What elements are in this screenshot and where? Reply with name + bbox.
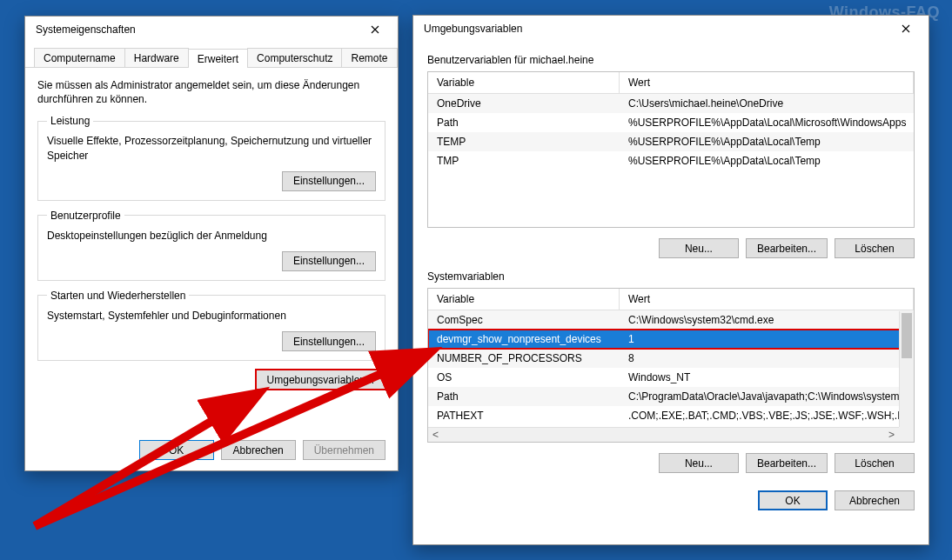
tab-strip: Computername Hardware Erweitert Computer… [25,43,398,68]
cell-value: C:\ProgramData\Oracle\Java\javapath;C:\W… [620,390,914,403]
group-userprofiles: Benutzerprofile Desktopeinstellungen bez… [37,210,385,281]
dialog-footer: OK Abbrechen [413,473,929,523]
startup-description: Systemstart, Systemfehler und Debuginfor… [47,309,376,323]
table-row[interactable]: TMP%USERPROFILE%\AppData\Local\Temp [428,151,914,170]
cell-value: C:\Windows\system32\cmd.exe [620,313,914,327]
user-variables-list[interactable]: Variable Wert OneDriveC:\Users\michael.h… [427,71,915,228]
cell-value: C:\Users\michael.heine\OneDrive [620,97,914,110]
cell-value: %USERPROFILE%\AppData\Local\Temp [620,135,914,149]
userprofiles-settings-button[interactable]: Einstellungen... [282,251,376,271]
table-row[interactable]: PATHEXT.COM;.EXE;.BAT;.CMD;.VBS;.VBE;.JS… [428,406,914,425]
group-performance: Leistung Visuelle Effekte, Prozessorzeit… [37,115,385,200]
table-row[interactable]: ComSpecC:\Windows\system32\cmd.exe [428,310,914,330]
table-row[interactable]: NUMBER_OF_PROCESSORS8 [428,349,914,368]
cell-variable: OS [428,370,620,384]
group-userprofiles-legend: Benutzerprofile [47,210,124,222]
ok-button[interactable]: OK [139,440,214,460]
titlebar: Umgebungsvariablen [413,16,929,42]
cell-value: %USERPROFILE%\AppData\Local\Temp [620,154,914,168]
system-properties-dialog: Systemeigenschaften Computername Hardwar… [24,16,399,471]
environment-variables-button[interactable]: Umgebungsvariablen... [256,370,385,390]
sys-new-button[interactable]: Neu... [659,453,739,473]
cell-value: 8 [620,351,914,365]
ok-button[interactable]: OK [758,490,828,510]
performance-settings-button[interactable]: Einstellungen... [282,171,376,191]
user-variables-buttons: Neu... Bearbeiten... Löschen [413,228,929,258]
dialog-body: Sie müssen als Administrator angemeldet … [25,68,398,407]
header-variable[interactable]: Variable [428,289,620,310]
user-new-button[interactable]: Neu... [659,238,739,258]
system-variables-list[interactable]: Variable Wert ComSpecC:\Windows\system32… [427,288,915,443]
table-row[interactable]: TEMP%USERPROFILE%\AppData\Local\Temp [428,132,914,151]
tab-hardware[interactable]: Hardware [124,48,189,67]
group-startup-legend: Starten und Wiederherstellen [47,290,189,302]
cancel-button[interactable]: Abbrechen [221,440,296,460]
tab-computername[interactable]: Computername [34,48,125,67]
dialog-title: Systemeigenschaften [36,23,136,36]
scroll-left-icon[interactable]: < [428,429,443,441]
close-icon[interactable] [359,21,391,38]
sys-delete-button[interactable]: Löschen [835,453,915,473]
list-header: Variable Wert [428,72,914,94]
cell-variable: NUMBER_OF_PROCESSORS [428,351,620,365]
tab-erweitert[interactable]: Erweitert [188,49,248,68]
table-row[interactable]: PathC:\ProgramData\Oracle\Java\javapath;… [428,387,914,406]
sys-edit-button[interactable]: Bearbeiten... [746,453,828,473]
cell-variable: devmgr_show_nonpresent_devices [428,332,620,346]
header-value[interactable]: Wert [620,72,914,93]
user-delete-button[interactable]: Löschen [835,238,915,258]
userprofiles-description: Desktopeinstellungen bezüglich der Anmel… [47,229,376,243]
cell-variable: OneDrive [428,97,620,110]
tab-remote[interactable]: Remote [341,48,397,67]
vertical-scrollbar[interactable] [899,311,914,427]
cell-value: %USERPROFILE%\AppData\Local\Microsoft\Wi… [620,116,914,130]
user-edit-button[interactable]: Bearbeiten... [746,238,828,258]
table-row[interactable]: OneDriveC:\Users\michael.heine\OneDrive [428,94,914,113]
table-row[interactable]: Path%USERPROFILE%\AppData\Local\Microsof… [428,113,914,132]
cell-variable: Path [428,390,620,403]
cell-variable: PATHEXT [428,409,620,423]
dialog-footer: OK Abbrechen Übernehmen [37,440,385,460]
close-icon[interactable] [890,20,922,37]
startup-settings-button[interactable]: Einstellungen... [282,331,376,351]
tab-computerschutz[interactable]: Computerschutz [247,48,342,67]
dialog-title: Umgebungsvariablen [424,23,522,35]
header-value[interactable]: Wert [620,289,914,310]
cell-variable: TEMP [428,135,620,149]
cell-value: .COM;.EXE;.BAT;.CMD;.VBS;.VBE;.JS;.JSE;.… [620,409,914,423]
system-variables-buttons: Neu... Bearbeiten... Löschen [413,443,929,473]
titlebar: Systemeigenschaften [25,17,398,43]
list-header: Variable Wert [428,289,914,310]
scroll-corner [899,427,914,442]
scroll-right-icon[interactable]: > [884,429,899,441]
performance-description: Visuelle Effekte, Prozessorzeitplanung, … [47,134,376,162]
cell-variable: Path [428,116,620,130]
admin-note: Sie müssen als Administrator angemeldet … [37,78,385,106]
environment-variables-dialog: Umgebungsvariablen Benutzervariablen für… [412,15,929,545]
cell-value: Windows_NT [620,370,914,384]
cell-variable: TMP [428,154,620,168]
table-row[interactable]: OSWindows_NT [428,368,914,387]
cell-value: 1 [620,332,914,346]
cell-variable: ComSpec [428,313,620,327]
group-startup: Starten und Wiederherstellen Systemstart… [37,290,385,361]
horizontal-scrollbar[interactable]: < > [428,427,899,442]
user-variables-label: Benutzervariablen für michael.heine [413,42,929,71]
system-variables-label: Systemvariablen [413,258,929,288]
table-row[interactable]: devmgr_show_nonpresent_devices1 [428,330,914,349]
apply-button[interactable]: Übernehmen [303,440,385,460]
header-variable[interactable]: Variable [428,72,620,93]
group-performance-legend: Leistung [47,115,93,127]
cancel-button[interactable]: Abbrechen [835,490,915,510]
